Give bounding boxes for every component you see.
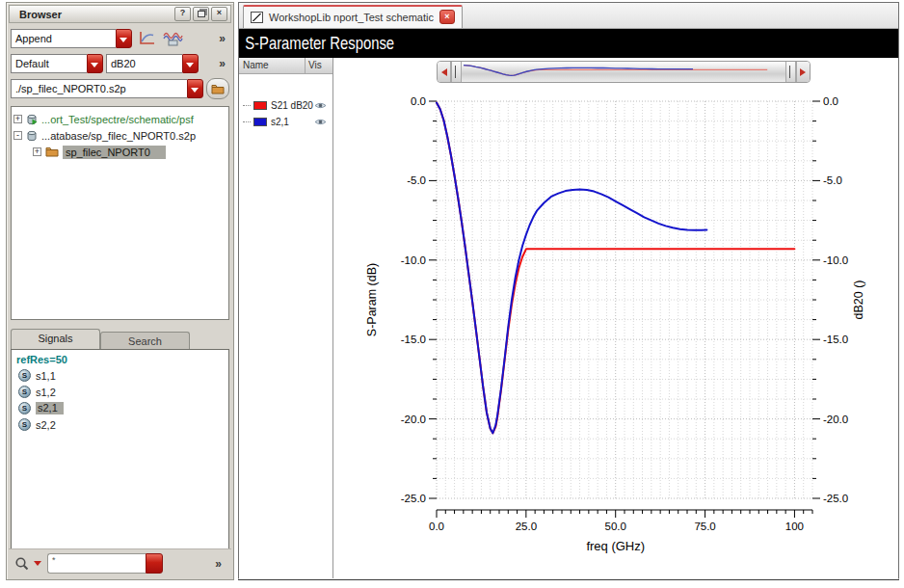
style-combo-dropdown-icon[interactable] [87, 54, 103, 73]
results-file-dropdown-icon[interactable] [187, 79, 203, 98]
trace-color-swatch[interactable] [253, 101, 267, 110]
ref-res-label: refRes=50 [13, 353, 226, 367]
svg-text:-10.0: -10.0 [823, 254, 848, 266]
range-left-handle[interactable] [451, 62, 462, 82]
document-tab[interactable]: WorkshopLib nport_Test schematic × [243, 5, 463, 28]
float-button[interactable] [193, 7, 209, 21]
signal-item-s11[interactable]: S s1,1 [13, 367, 226, 384]
file-toolbar: ./sp_filec_NPORT0.s2p [11, 78, 229, 99]
tree-item-nport0[interactable]: + sp_filec_NPORT0 [13, 144, 226, 160]
tree-item-label: ...ort_Test/spectre/schematic/psf [41, 114, 194, 125]
search-icon[interactable] [14, 556, 30, 572]
filter-input[interactable]: * [47, 553, 146, 574]
svg-text:50.0: 50.0 [605, 521, 626, 532]
left-arrow-icon [441, 68, 447, 76]
tab-close-button[interactable]: × [439, 10, 455, 24]
svg-text:0.0: 0.0 [429, 521, 444, 532]
signal-label: s1,2 [36, 387, 56, 398]
tree-branch-line [243, 105, 251, 106]
append-combo[interactable]: Append [11, 29, 132, 48]
s-parameter-icon: S [18, 402, 31, 414]
s-parameter-icon: S [18, 369, 31, 382]
s-parameter-icon: S [18, 418, 31, 431]
svg-text:-5.0: -5.0 [407, 174, 426, 186]
svg-text:25.0: 25.0 [516, 521, 537, 532]
legend-header: Name Vis [239, 58, 332, 74]
modifier-combo-dropdown-icon[interactable] [182, 54, 199, 73]
help-button[interactable]: ? [174, 7, 191, 21]
trace-color-swatch[interactable] [253, 118, 267, 126]
plot-region[interactable]: 0.025.050.075.0100freq (GHz)0.00.0-5.0-5… [333, 58, 898, 578]
x-range-scrollbar[interactable] [437, 61, 811, 83]
search-options-caret-icon[interactable] [34, 561, 41, 570]
filter-combo[interactable]: * [47, 553, 163, 574]
trace-label: S21 dB20 [271, 100, 314, 111]
trace-label: s2,1 [271, 117, 314, 127]
svg-text:-15.0: -15.0 [401, 334, 426, 345]
right-arrow-icon [800, 68, 806, 76]
legend-vis-column: Vis [306, 58, 332, 73]
visibility-eye-icon[interactable] [314, 101, 327, 110]
expand-plus-icon[interactable]: + [33, 147, 41, 156]
database-run-icon [26, 113, 38, 125]
browser-titlebar[interactable]: Browser ? × [9, 5, 231, 23]
svg-text:-25.0: -25.0 [401, 493, 426, 504]
signal-label: s1,1 [36, 370, 56, 382]
append-combo-value: Append [11, 29, 116, 48]
results-file-combo[interactable]: ./sp_filec_NPORT0.s2p [11, 79, 203, 98]
svg-text:100: 100 [785, 521, 804, 532]
tab-search[interactable]: Search [100, 332, 190, 349]
s-parameter-icon: S [18, 386, 31, 398]
signal-item-s22[interactable]: S s2,2 [13, 416, 226, 433]
plot-title: S-Parameter Response [239, 33, 394, 54]
document-tab-title: WorkshopLib nport_Test schematic [269, 12, 434, 23]
browser-tabs: Signals Search [11, 329, 190, 349]
signal-item-s21[interactable]: S s2,1 [13, 400, 226, 416]
tree-item-label-selected: sp_filec_NPORT0 [63, 146, 166, 159]
style-toolbar: Default dB20 » [11, 54, 229, 73]
svg-text:0.0: 0.0 [823, 95, 838, 107]
svg-text:0.0: 0.0 [411, 95, 426, 107]
toolbar-overflow-chevron[interactable]: » [219, 32, 229, 45]
style-combo-value: Default [11, 54, 87, 73]
range-right-handle[interactable] [785, 62, 796, 82]
visibility-eye-icon[interactable] [314, 118, 327, 126]
filter-overflow-chevron[interactable]: » [215, 557, 226, 571]
waveform-window: WorkshopLib nport_Test schematic × S-Par… [238, 2, 899, 580]
style-combo[interactable]: Default [11, 54, 103, 73]
expand-minus-icon[interactable]: - [13, 131, 22, 140]
tree-item-label: ...atabase/sp_filec_NPORT0.s2p [41, 130, 196, 142]
database-icon [26, 129, 38, 142]
legend-body: S21 dB20 s2,1 [239, 74, 332, 130]
tree-item-s2p[interactable]: - ...atabase/sp_filec_NPORT0.s2p [13, 127, 226, 144]
range-track[interactable] [462, 62, 785, 82]
modifier-combo-value: dB20 [106, 54, 182, 73]
plot-chart-button[interactable] [135, 28, 158, 49]
scroll-right-button[interactable] [796, 62, 810, 82]
document-tabbar: WorkshopLib nport_Test schematic × [239, 3, 898, 29]
legend-row-s21db20[interactable]: S21 dB20 [239, 97, 332, 114]
signal-item-s12[interactable]: S s1,2 [13, 384, 226, 400]
plot-mode-toolbar: Append » [11, 28, 229, 49]
svg-text:-10.0: -10.0 [401, 254, 426, 266]
results-file-value: ./sp_filec_NPORT0.s2p [11, 79, 187, 98]
expand-plus-icon[interactable]: + [13, 115, 22, 123]
signal-label: s2,2 [36, 419, 56, 431]
legend-name-column: Name [239, 58, 306, 73]
modifier-combo[interactable]: dB20 [106, 54, 199, 73]
line-chart-icon [138, 31, 156, 46]
open-results-button[interactable] [206, 78, 229, 99]
tree-branch-line [243, 121, 251, 122]
close-button[interactable]: × [211, 7, 227, 21]
signals-list: refRes=50 S s1,1 S s1,2 S s2,1 S s2,2 [11, 349, 229, 555]
tree-item-psf[interactable]: + ...ort_Test/spectre/schematic/psf [13, 111, 226, 127]
family-plot-button[interactable] [161, 28, 184, 49]
scroll-left-button[interactable] [438, 62, 451, 82]
legend-row-s21[interactable]: s2,1 [239, 114, 332, 130]
chart-canvas[interactable]: 0.025.050.075.0100freq (GHz)0.00.0-5.0-5… [333, 93, 897, 583]
tab-signals[interactable]: Signals [11, 329, 100, 349]
style-overflow-chevron[interactable]: » [219, 57, 229, 70]
append-combo-dropdown-icon[interactable] [116, 29, 132, 48]
browser-panel: Browser ? × Append » Default [6, 2, 234, 580]
filter-dropdown-icon[interactable] [146, 553, 163, 574]
